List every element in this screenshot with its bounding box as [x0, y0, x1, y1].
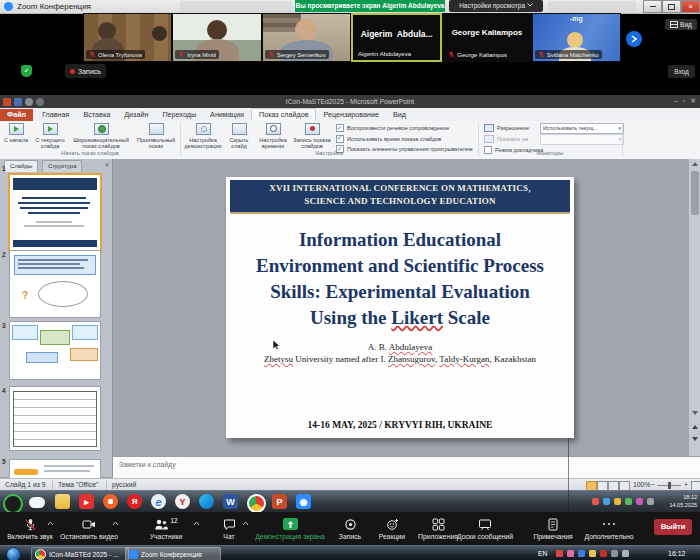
tray-icon[interactable] — [614, 498, 621, 505]
current-slide[interactable]: XVII INTERNATIONAL CONFERENCE ON MATHEMA… — [226, 177, 574, 438]
shared-start-button[interactable] — [3, 494, 23, 514]
setup-slideshow-button[interactable]: Настройка демонстрации — [184, 123, 222, 149]
youtube-icon[interactable]: ▸ — [79, 494, 94, 509]
tray-icon[interactable] — [622, 550, 629, 557]
tray-icon[interactable] — [625, 498, 632, 505]
language-indicator[interactable]: EN — [538, 550, 547, 557]
slide-thumbnail-5[interactable] — [9, 459, 101, 479]
record-slideshow-button[interactable]: Запись показа слайдов — [292, 123, 332, 149]
participants-options-chevron[interactable] — [193, 521, 200, 526]
slide-thumbnail-3[interactable] — [9, 321, 101, 380]
tab-review[interactable]: Рецензирование — [316, 109, 386, 121]
from-beginning-button[interactable]: С начала — [2, 123, 30, 143]
from-current-slide-button[interactable]: С текущего слайда — [32, 123, 68, 149]
internet-explorer-icon[interactable] — [151, 494, 166, 509]
tray-icon[interactable] — [600, 550, 607, 557]
tray-icon[interactable] — [578, 550, 585, 557]
tab-view[interactable]: Вид — [386, 109, 413, 121]
share-screen-button[interactable]: Демонстрация экрана — [250, 517, 330, 540]
scroll-up-icon[interactable] — [692, 162, 698, 166]
notes-button[interactable]: Примечания — [528, 517, 578, 540]
panel-close-icon[interactable] — [105, 161, 109, 168]
yandex-icon[interactable] — [127, 494, 142, 509]
tray-icon[interactable] — [636, 498, 643, 505]
zoom-slider-handle[interactable] — [668, 482, 671, 489]
tray-icon[interactable] — [567, 550, 574, 557]
chat-options-chevron[interactable] — [242, 521, 249, 526]
zoom-in-icon[interactable]: + — [684, 481, 688, 488]
tab-insert[interactable]: Вставка — [76, 109, 117, 121]
tray-icon[interactable] — [589, 550, 596, 557]
show-on-dropdown[interactable] — [540, 134, 624, 145]
scroll-down-icon[interactable] — [692, 411, 698, 415]
zoom-out-icon[interactable]: − — [651, 481, 655, 488]
yandex-browser-icon[interactable] — [175, 494, 190, 509]
view-button[interactable]: Вид — [665, 19, 697, 30]
local-clock[interactable]: 16:12 — [668, 550, 686, 557]
tray-icon[interactable] — [647, 498, 654, 505]
zoom-taskbar-icon[interactable]: ◉ — [296, 494, 311, 509]
shared-desktop-clock[interactable]: 18:12 14.05.2025 — [669, 493, 697, 509]
tray-icon[interactable] — [603, 498, 610, 505]
ppt-restore-icon[interactable]: ▫ — [683, 97, 685, 105]
tab-home[interactable]: Главная — [35, 109, 76, 121]
chat-button[interactable]: Чат — [212, 517, 246, 540]
word-icon[interactable] — [223, 494, 238, 509]
view-settings-button[interactable]: Настройки просмотра — [449, 0, 543, 12]
previous-slide-icon[interactable] — [692, 425, 698, 429]
hide-slide-button[interactable]: Скрыть слайд — [224, 123, 254, 149]
cloud-app-icon[interactable] — [29, 497, 45, 508]
video-tile-iryna[interactable]: Iryna Mintii — [172, 13, 261, 62]
ppt-close-icon[interactable]: ✕ — [690, 97, 696, 105]
slide-thumbnail-4[interactable] — [9, 386, 101, 451]
participants-button[interactable]: 12 Участники — [140, 517, 192, 540]
tab-slides[interactable]: Слайды — [4, 160, 38, 172]
video-tile-aigerim[interactable]: Aigerim Abdula... Aigerim Abdulayeva — [351, 13, 442, 62]
taskbar-button-browser[interactable]: ICon-MaSTEd 2025 - ... — [31, 547, 129, 560]
tab-design[interactable]: Дизайн — [117, 109, 155, 121]
start-button[interactable] — [6, 547, 21, 560]
leave-meeting-button[interactable]: Выйти — [654, 519, 692, 535]
next-slide-icon[interactable] — [692, 437, 698, 441]
minimize-button[interactable] — [643, 0, 662, 13]
stop-video-button[interactable]: Остановить видео — [58, 517, 120, 540]
slide-thumbnail-1[interactable] — [8, 173, 102, 253]
close-button[interactable] — [681, 0, 700, 13]
tab-file[interactable]: Файл — [0, 109, 33, 121]
record-button[interactable]: Запись — [332, 517, 368, 540]
next-participants-button[interactable] — [626, 31, 642, 47]
taskbar-button-zoom[interactable]: Zoom Конференция — [125, 547, 221, 560]
maximize-button[interactable] — [662, 0, 681, 13]
enter-button[interactable]: Вход — [668, 65, 695, 78]
slide-scrollbar[interactable] — [688, 159, 700, 456]
language-indicator[interactable]: русский — [112, 481, 136, 488]
tab-slideshow[interactable]: Показ слайдов — [251, 108, 317, 121]
custom-slideshow-button[interactable]: Произвольный показ — [134, 123, 178, 149]
slide-thumbnail-2[interactable] — [9, 250, 101, 318]
broadcast-slideshow-button[interactable]: Широковещательный показ слайдов — [70, 123, 132, 149]
video-options-chevron[interactable] — [112, 521, 119, 526]
tab-animations[interactable]: Анимации — [203, 109, 251, 121]
rehearse-timings-button[interactable]: Настройка времени — [256, 123, 290, 149]
checkbox-play-narration[interactable]: Воспроизвести речевое сопровождение — [336, 124, 449, 132]
video-tile-olena[interactable]: Olena Tryfonova — [83, 13, 172, 62]
video-tile-george[interactable]: George Kaliampos George Kaliampos — [442, 13, 531, 62]
powerpoint-taskbar-icon[interactable] — [272, 494, 287, 509]
whiteboards-button[interactable]: Доски сообщений — [454, 517, 516, 540]
edge-browser-icon[interactable] — [199, 494, 214, 509]
recording-indicator[interactable]: Запись — [65, 64, 106, 78]
tray-icon[interactable] — [556, 550, 563, 557]
tray-icon[interactable] — [592, 498, 599, 505]
mute-options-chevron[interactable] — [47, 521, 54, 526]
tab-outline[interactable]: Структура — [42, 160, 82, 172]
ppt-minimize-icon[interactable]: – — [674, 97, 678, 105]
checkbox-use-timings[interactable]: Использовать время показа слайдов — [336, 135, 441, 143]
file-explorer-icon[interactable] — [55, 494, 70, 509]
ppt-window-controls[interactable]: –▫✕ — [674, 97, 696, 105]
security-shield-icon[interactable] — [21, 65, 32, 77]
opera-browser-icon[interactable] — [103, 494, 118, 509]
tray-icon[interactable] — [611, 550, 618, 557]
tab-transitions[interactable]: Переходы — [155, 109, 203, 121]
reactions-button[interactable]: Реакции — [372, 517, 412, 540]
video-tile-svitlana[interactable]: -mg Svitlana Malchenko — [532, 13, 621, 62]
